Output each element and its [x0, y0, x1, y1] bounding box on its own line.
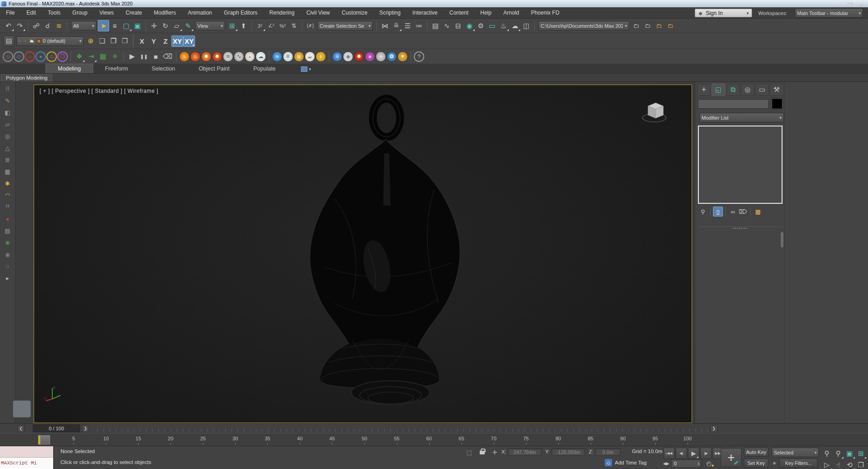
preset-campfire-icon[interactable]: ♨	[179, 51, 190, 62]
utilities-tab-icon[interactable]: ⚒	[770, 84, 783, 96]
viewport-layout-tab-button[interactable]	[13, 400, 31, 418]
key-filters-button[interactable]: Key Filters...	[779, 459, 818, 468]
constrain-xy-plane-button[interactable]: XY	[171, 35, 183, 47]
reference-coordinate-dropdown[interactable]: View▾	[195, 21, 225, 30]
field-of-view-icon[interactable]: ▷	[821, 459, 833, 469]
strip-grid-icon[interactable]: ▦	[2, 166, 13, 177]
remove-modifier-icon[interactable]: ⌦	[738, 207, 748, 217]
strip-brush-icon[interactable]: ✎	[2, 96, 13, 106]
constrain-y-button[interactable]: Y	[148, 35, 160, 47]
selection-lock-toggle-icon[interactable]	[477, 448, 487, 457]
active-layer-dropdown[interactable]: ‒ ‒ ⛅0 (default)▾	[16, 36, 84, 46]
toggle-scene-explorer-icon[interactable]: ☰	[402, 20, 413, 31]
menu-phoenix-fd[interactable]: Phoenix FD	[525, 7, 566, 18]
fire-smoke-simulator-icon[interactable]: ♨	[25, 51, 35, 62]
angle-snap-icon[interactable]: ∠²	[266, 20, 277, 31]
tab-modeling[interactable]: Modeling	[45, 64, 93, 73]
polygon-modeling-panel-button[interactable]: Polygon Modeling	[1, 74, 52, 81]
ribbon-display-dropdown[interactable]: ▾	[301, 66, 311, 73]
preset-smoke-icon[interactable]: ≋	[223, 51, 233, 62]
zoom-extents-icon[interactable]: ▣	[844, 448, 855, 459]
menu-edit[interactable]: Edit	[20, 7, 42, 18]
trackbar-scroll-right-button[interactable]: ❯	[710, 425, 717, 432]
schematic-view-icon[interactable]: ⊟	[452, 20, 464, 31]
configure-modifier-sets-icon[interactable]: ▦	[753, 207, 763, 217]
liquid-simulator-icon[interactable]: ●	[35, 51, 46, 62]
modify-tab-icon[interactable]: ◱	[712, 84, 725, 96]
viewcube[interactable]	[642, 98, 670, 125]
frame-spinner[interactable]: ▲▼	[697, 462, 701, 465]
menu-content[interactable]: Content	[443, 7, 474, 18]
selection-filter-dropdown[interactable]: All▾	[71, 21, 96, 30]
align-icon[interactable]: ≞	[391, 20, 402, 31]
menu-group[interactable]: Group	[66, 7, 93, 18]
workspaces-dropdown[interactable]: Main Toolbar - modular ▾	[795, 8, 863, 18]
menu-civil-view[interactable]: Civil View	[301, 7, 336, 18]
menu-interactive[interactable]: Interactive	[406, 7, 443, 18]
current-frame-field[interactable]: 0 ▲▼	[671, 459, 701, 468]
trackbar-prev-button[interactable]: ❮	[17, 425, 25, 432]
select-objects-in-layer-icon[interactable]: ❐	[108, 35, 119, 47]
zoom-all-icon[interactable]: ⚲	[833, 448, 844, 459]
preset-clouds-icon[interactable]: ☁	[256, 51, 266, 62]
modifier-list-dropdown[interactable]: Modifier List ▾	[699, 113, 784, 122]
preset-ocean-icon[interactable]: ≈	[272, 51, 282, 62]
menu-help[interactable]: Help	[474, 7, 497, 18]
pf-source-icon[interactable]: ❖	[74, 51, 85, 62]
y-coordinate-field[interactable]: -125.059m	[552, 448, 585, 456]
percent-snap-icon[interactable]: %²	[277, 20, 288, 31]
preset-honey-icon[interactable]: ≀	[316, 51, 326, 62]
preset-candle-icon[interactable]: ▲	[245, 51, 255, 62]
key-step-icon[interactable]: ◀▶	[661, 459, 671, 468]
maxscript-macro-row[interactable]	[0, 446, 53, 458]
preset-fire-icon[interactable]: ♨	[190, 51, 201, 62]
phoenix-help-icon[interactable]: ?	[414, 51, 424, 62]
strip-tris-icon[interactable]: △	[2, 143, 13, 153]
zoom-icon[interactable]: ⚲	[821, 448, 833, 459]
strip-loops-icon[interactable]: ◎	[2, 131, 13, 141]
panel-scrollbar[interactable]	[781, 232, 783, 247]
open-autodesk-app-icon[interactable]: ◫	[521, 20, 532, 31]
standard-flow-icon[interactable]: ▦	[97, 51, 109, 62]
material-editor-icon[interactable]: ◉	[464, 20, 475, 31]
maxscript-mini-listener[interactable]: MAXScript Mi	[0, 446, 54, 469]
strip-dots-icon[interactable]: ⠛	[2, 202, 13, 212]
play-animation-icon[interactable]: ▶	[688, 448, 699, 459]
select-and-rotate-icon[interactable]: ↻	[160, 20, 171, 31]
strip-mesh-icon[interactable]: ▤	[2, 226, 13, 236]
time-slider-handle[interactable]	[38, 435, 52, 444]
select-and-link-icon[interactable]: ☍	[30, 20, 42, 31]
motion-tab-icon[interactable]: ◎	[741, 84, 754, 96]
go-to-start-icon[interactable]: |◀◀	[663, 448, 675, 459]
auto-key-button[interactable]: Auto Key	[744, 448, 768, 457]
pan-view-icon[interactable]: ☝	[833, 459, 844, 469]
preset-fuel-explosion-icon[interactable]: ✸	[212, 51, 222, 62]
menu-scripting[interactable]: Scripting	[373, 7, 406, 18]
show-end-result-icon[interactable]: ▯	[713, 207, 723, 217]
menu-arnold[interactable]: Arnold	[497, 7, 525, 18]
strip-sphere-icon[interactable]: ◉	[2, 249, 13, 259]
menu-create[interactable]: Create	[120, 7, 148, 18]
menu-graph-editors[interactable]: Graph Editors	[218, 7, 263, 18]
x-coordinate-field[interactable]: 247.784m	[508, 448, 542, 456]
undo-icon[interactable]: ↶	[3, 20, 14, 31]
strip-plant-icon[interactable]: ❀	[2, 237, 13, 247]
constrain-x-button[interactable]: X	[136, 35, 148, 47]
preset-cigarette-smoke-icon[interactable]: ∿	[234, 51, 244, 62]
object-name-field[interactable]	[698, 99, 769, 109]
mirror-icon[interactable]: ⋈	[379, 20, 391, 31]
set-project-folder-icon[interactable]: 🗀	[642, 20, 653, 31]
preset-pour-icon[interactable]: ▼	[397, 51, 408, 62]
unlink-selection-icon[interactable]: ☌	[42, 20, 53, 31]
z-coordinate-field[interactable]: 0.0m	[595, 448, 621, 456]
preset-splash-icon[interactable]: ☵	[332, 51, 342, 62]
hierarchy-tab-icon[interactable]: ⧉	[726, 84, 740, 96]
preset-glass-icon[interactable]: ◆	[343, 51, 353, 62]
tab-selection[interactable]: Selection	[140, 64, 186, 73]
menu-customize[interactable]: Customize	[336, 7, 374, 18]
phoenix-fire-sim-icon[interactable]: ◇	[3, 51, 13, 62]
window-crossing-icon[interactable]: ▣	[132, 20, 143, 31]
menu-animation[interactable]: Animation	[182, 7, 218, 18]
menu-tools[interactable]: Tools	[42, 7, 66, 18]
orbit-icon[interactable]: ⟲	[844, 459, 855, 469]
